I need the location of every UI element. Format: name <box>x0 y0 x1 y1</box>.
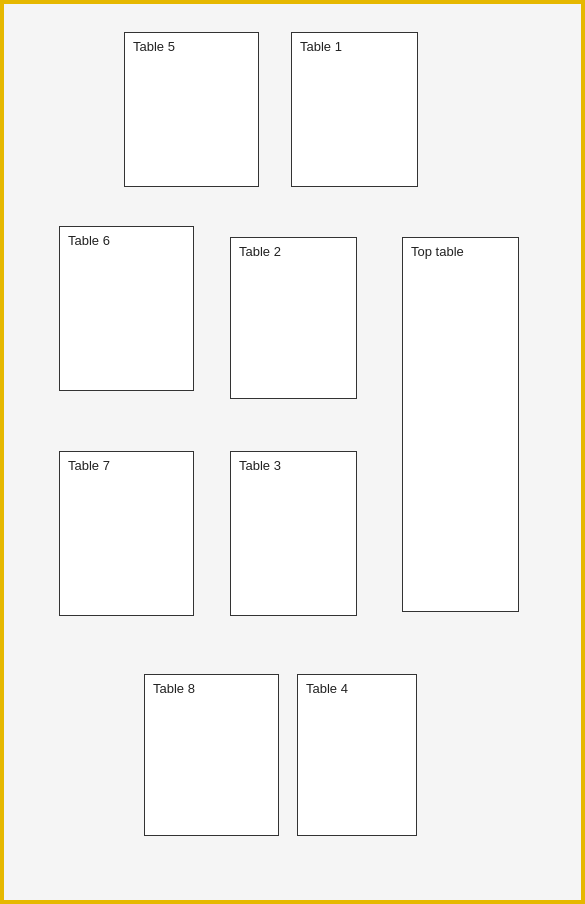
table-box-table1[interactable]: Table 1 <box>291 32 418 187</box>
seating-layout: Table 5Table 1Table 6Table 2Top tableTab… <box>4 4 581 900</box>
table-label-toptable: Top table <box>411 244 464 259</box>
table-box-table4[interactable]: Table 4 <box>297 674 417 836</box>
table-label-table8: Table 8 <box>153 681 195 696</box>
table-box-table5[interactable]: Table 5 <box>124 32 259 187</box>
table-box-table3[interactable]: Table 3 <box>230 451 357 616</box>
table-box-table8[interactable]: Table 8 <box>144 674 279 836</box>
table-label-table2: Table 2 <box>239 244 281 259</box>
table-label-table5: Table 5 <box>133 39 175 54</box>
table-box-table2[interactable]: Table 2 <box>230 237 357 399</box>
table-label-table3: Table 3 <box>239 458 281 473</box>
table-box-table6[interactable]: Table 6 <box>59 226 194 391</box>
table-label-table4: Table 4 <box>306 681 348 696</box>
table-label-table6: Table 6 <box>68 233 110 248</box>
table-box-toptable[interactable]: Top table <box>402 237 519 612</box>
table-box-table7[interactable]: Table 7 <box>59 451 194 616</box>
table-label-table7: Table 7 <box>68 458 110 473</box>
table-label-table1: Table 1 <box>300 39 342 54</box>
